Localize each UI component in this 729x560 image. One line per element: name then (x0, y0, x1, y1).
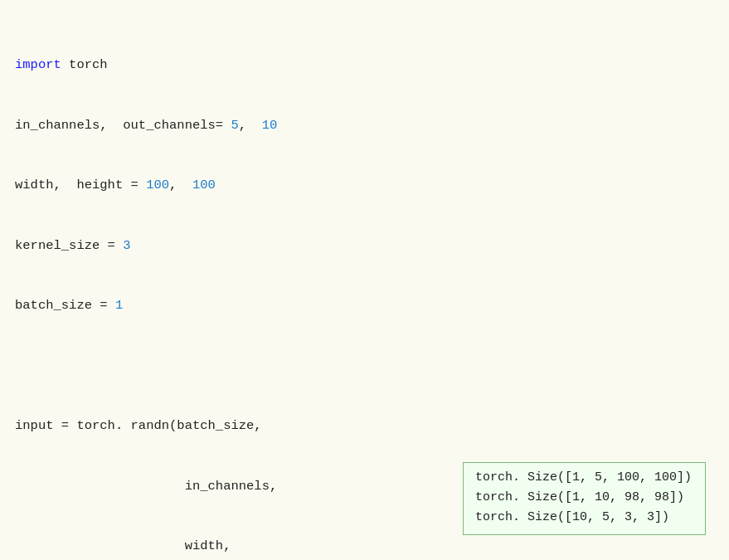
output-box: torch. Size([1, 5, 100, 100]) torch. Siz… (463, 462, 706, 535)
output-line-3: torch. Size([10, 5, 3, 3]) (475, 508, 692, 528)
code-line-5: batch_size = 1 (15, 295, 714, 315)
code-line-7: input = torch. randn(batch_size, (15, 416, 714, 436)
code-line-9: width, (15, 536, 714, 556)
output-line-2: torch. Size([1, 10, 98, 98]) (475, 488, 692, 508)
code-line-1: import torch (15, 55, 714, 75)
num-5: 5 (231, 118, 238, 133)
code-line-3: width, height = 100, 100 (15, 175, 714, 195)
output-line-1: torch. Size([1, 5, 100, 100]) (475, 468, 692, 488)
code-line-4: kernel_size = 3 (15, 236, 714, 256)
num-100b: 100 (192, 178, 216, 192)
code-line-2: in_channels, out_channels= 5, 10 (15, 115, 714, 135)
code-line-6 (15, 356, 714, 376)
num-3: 3 (123, 238, 130, 253)
code-container: import torch in_channels, out_channels= … (0, 0, 729, 560)
num-10: 10 (262, 118, 278, 133)
num-100a: 100 (146, 178, 169, 192)
num-1: 1 (115, 298, 123, 313)
keyword-import: import (15, 57, 61, 72)
